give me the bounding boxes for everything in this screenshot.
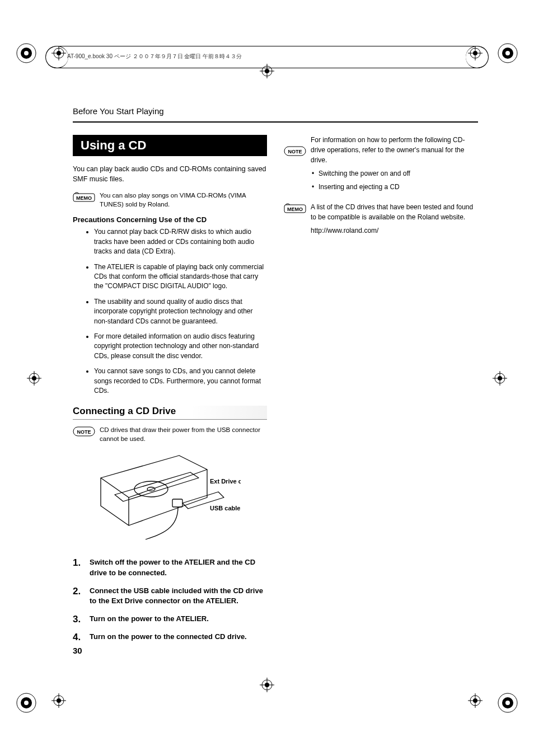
figure-label-usb-cable: USB cable — [210, 505, 240, 511]
step-item: Turn on the power to the ATELIER. — [73, 614, 267, 624]
registration-mark-icon — [260, 678, 274, 692]
list-item: For more detailed information on audio d… — [94, 332, 267, 361]
running-head: Before You Start Playing — [73, 106, 478, 116]
svg-point-43 — [498, 376, 502, 381]
memo-text: You can also play songs on VIMA CD-ROMs … — [100, 191, 267, 209]
cd-drive-connection-figure: Ext Drive connector USB cable — [90, 450, 267, 547]
crop-mark-icon — [11, 688, 41, 718]
page-number: 30 — [73, 646, 82, 655]
heading-connecting-cd-drive: Connecting a CD Drive — [73, 406, 267, 420]
note-icon: NOTE — [284, 146, 306, 156]
list-item: The usability and sound quality of audio… — [94, 297, 267, 326]
section-rule — [73, 121, 478, 123]
steps-list: Switch off the power to the ATELIER and … — [73, 557, 267, 642]
registration-mark-icon — [468, 693, 483, 710]
list-item: You cannot play back CD-R/RW disks to wh… — [94, 227, 267, 256]
right-bullet: Switching the power on and off — [311, 168, 478, 179]
memo-icon: MEMO — [284, 203, 306, 214]
svg-point-5 — [505, 51, 510, 55]
right-bullet: Inserting and ejecting a CD — [311, 182, 478, 192]
svg-point-27 — [473, 698, 477, 703]
registration-mark-icon — [27, 371, 41, 386]
note-icon: NOTE — [73, 426, 95, 436]
precautions-heading: Precautions Concerning Use of the CD — [73, 215, 267, 224]
registration-mark-icon — [493, 371, 507, 386]
heading-using-a-cd: Using a CD — [73, 135, 267, 156]
svg-point-8 — [24, 701, 29, 705]
step-item: Turn on the power to the connected CD dr… — [73, 632, 267, 642]
crop-mark-icon — [493, 38, 523, 68]
precautions-list: You cannot play back CD-R/RW disks to wh… — [73, 227, 267, 396]
svg-point-49 — [147, 487, 155, 491]
list-item: You cannot save songs to CDs, and you ca… — [94, 367, 267, 396]
svg-point-2 — [24, 51, 29, 55]
source-file-info: AT-900_e.book 30 ページ ２００７年９月７日 金曜日 午前８時４… — [67, 53, 242, 60]
list-item: The ATELIER is capable of playing back o… — [94, 262, 267, 292]
svg-point-23 — [57, 698, 61, 703]
right-intro-paragraph: For information on how to perform the fo… — [311, 135, 478, 165]
svg-text:NOTE: NOTE — [288, 149, 302, 154]
svg-point-35 — [265, 683, 269, 687]
registration-mark-icon — [51, 693, 66, 710]
step-item: Connect the USB cable included with the … — [73, 586, 267, 606]
svg-point-11 — [505, 701, 510, 705]
memo-text: A list of the CD drives that have been t… — [311, 202, 478, 222]
svg-text:MEMO: MEMO — [287, 206, 303, 212]
crop-mark-icon — [11, 38, 41, 68]
svg-text:NOTE: NOTE — [77, 429, 91, 435]
crop-mark-icon — [493, 688, 523, 718]
memo-icon: MEMO — [73, 192, 95, 203]
step-item: Switch off the power to the ATELIER and … — [73, 557, 267, 577]
svg-point-31 — [265, 69, 269, 73]
figure-label-ext-drive: Ext Drive connector — [210, 478, 241, 485]
svg-point-39 — [32, 376, 36, 381]
svg-rect-50 — [172, 499, 182, 507]
note-text: CD drives that draw their power from the… — [100, 425, 267, 443]
svg-text:MEMO: MEMO — [76, 195, 92, 201]
intro-paragraph: You can play back audio CDs and CD-ROMs … — [73, 164, 267, 184]
roland-url: http://www.roland.com/ — [311, 226, 478, 236]
